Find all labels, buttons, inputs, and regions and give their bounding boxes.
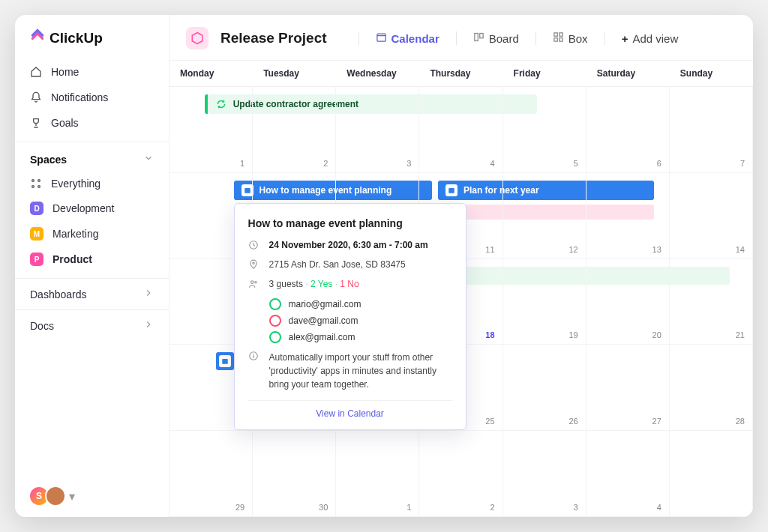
plus-icon: + — [622, 32, 628, 45]
guest-status-icon — [269, 298, 281, 310]
guest-status-icon — [269, 315, 281, 327]
section-label: Docs — [30, 320, 54, 332]
user-avatars[interactable]: S ▾ — [15, 486, 169, 507]
calendar-cell[interactable]: 20 — [586, 259, 670, 345]
date-number: 18 — [485, 330, 494, 339]
date-number: 20 — [652, 330, 662, 339]
calendar-cell[interactable]: 14 — [670, 173, 753, 259]
date-number: 29 — [236, 503, 244, 512]
calendar-cell[interactable]: 30 — [253, 431, 336, 517]
svg-point-0 — [32, 180, 34, 182]
topbar: Release Project Calendar Board — [170, 15, 753, 61]
calendar-cell[interactable]: 6 — [586, 87, 670, 173]
calendar-cell[interactable]: 1 — [170, 87, 253, 173]
weekday: Saturday — [586, 61, 670, 86]
calendar-cell[interactable]: 3 — [503, 431, 586, 517]
docs-section[interactable]: Docs — [15, 309, 169, 341]
date-number: 3 — [406, 159, 411, 168]
view-label: Calendar — [392, 32, 440, 45]
weekday: Monday — [170, 61, 253, 86]
guests-no: 1 No — [340, 279, 358, 289]
calendar-cell[interactable]: 4 — [586, 431, 670, 517]
calendar-cell[interactable]: 4 — [419, 87, 502, 173]
svg-rect-5 — [475, 34, 478, 41]
svg-point-16 — [250, 281, 254, 284]
calendar-cell[interactable]: 27 — [586, 345, 670, 431]
space-label: Marketing — [52, 228, 98, 240]
calendar-cell[interactable]: 28 — [670, 345, 753, 431]
calendar-cell[interactable]: 29 — [170, 431, 253, 517]
svg-rect-10 — [560, 38, 562, 41]
chevron-down-icon — [143, 153, 154, 166]
view-board[interactable]: Board — [469, 28, 524, 48]
view-box[interactable]: Box — [548, 28, 592, 48]
dashboards-section[interactable]: Dashboards — [15, 278, 169, 309]
date-number: 26 — [568, 417, 578, 426]
nav-label: Notifications — [51, 91, 108, 103]
brand-logo[interactable]: ClickUp — [15, 28, 169, 59]
calendar-cell[interactable]: 3 — [336, 87, 419, 173]
add-view[interactable]: + Add view — [617, 29, 683, 48]
nav-notifications[interactable]: Notifications — [15, 85, 169, 110]
svg-point-1 — [32, 186, 34, 188]
svg-rect-7 — [554, 33, 557, 36]
calendar-cell[interactable] — [670, 431, 753, 517]
nav-label: Home — [51, 66, 79, 78]
svg-rect-20 — [253, 353, 254, 354]
calendar-cell[interactable]: 2 — [419, 431, 502, 517]
calendar-icon — [376, 31, 387, 45]
space-marketing[interactable]: M Marketing — [15, 221, 169, 247]
calendar-cell[interactable]: 12 — [503, 173, 586, 259]
grid-icon — [30, 178, 42, 190]
project-icon — [186, 27, 208, 49]
clock-icon — [248, 240, 260, 250]
nav-label: Goals — [51, 117, 79, 129]
spaces-header[interactable]: Spaces — [15, 142, 169, 172]
date-number: 11 — [485, 245, 494, 254]
trophy-icon — [30, 117, 42, 129]
nav-goals[interactable]: Goals — [15, 110, 169, 136]
guest-row: alex@gmail.com — [269, 331, 452, 343]
guests-yes: 2 Yes — [310, 279, 332, 289]
chevron-down-icon: ▾ — [69, 489, 75, 504]
calendar-cell[interactable]: 2 — [253, 87, 336, 173]
guests-count: 3 guests — [269, 279, 303, 289]
view-in-calendar-link[interactable]: View in Calendar — [248, 400, 452, 422]
guest-email: mario@gmail.com — [289, 299, 362, 309]
svg-rect-4 — [376, 34, 385, 41]
calendar-cell[interactable]: 1 — [336, 431, 419, 517]
weekday: Tuesday — [253, 61, 336, 86]
date-number: 13 — [652, 245, 662, 254]
date-number: 14 — [736, 245, 745, 254]
calendar-cell[interactable]: 26 — [503, 345, 586, 431]
svg-point-17 — [254, 281, 256, 282]
weekday-header: Monday Tuesday Wednesday Thursday Friday… — [170, 61, 753, 87]
date-number: 1 — [406, 503, 411, 512]
home-icon — [30, 66, 42, 78]
info-icon — [248, 351, 260, 361]
separator — [456, 31, 457, 45]
calendar-cell[interactable]: 19 — [503, 259, 586, 345]
space-label: Everything — [51, 178, 100, 190]
popover-location: 2715 Ash Dr. San Jose, SD 83475 — [269, 259, 406, 270]
svg-rect-6 — [479, 34, 482, 38]
calendar-cell[interactable]: 13 — [586, 173, 670, 259]
section-label: Dashboards — [30, 288, 87, 300]
svg-point-15 — [252, 262, 254, 264]
space-product[interactable]: P Product — [15, 247, 169, 272]
date-number: 5 — [574, 159, 578, 168]
nav-home[interactable]: Home — [15, 59, 169, 85]
view-calendar[interactable]: Calendar — [371, 28, 444, 48]
popover-note: Automatically import your stuff from oth… — [269, 351, 452, 391]
date-number: 4 — [657, 503, 662, 512]
date-number: 4 — [490, 159, 494, 168]
chevron-right-icon — [143, 319, 154, 332]
guests-icon — [248, 279, 260, 289]
calendar-cell[interactable]: 5 — [503, 87, 586, 173]
logo-icon — [30, 28, 45, 47]
calendar-cell[interactable]: 21 — [670, 259, 753, 345]
calendar-grid: Update contractor agreement How to manag… — [170, 87, 753, 517]
space-everything[interactable]: Everything — [15, 172, 169, 196]
calendar-cell[interactable]: 7 — [670, 87, 753, 173]
space-development[interactable]: D Development — [15, 196, 169, 221]
